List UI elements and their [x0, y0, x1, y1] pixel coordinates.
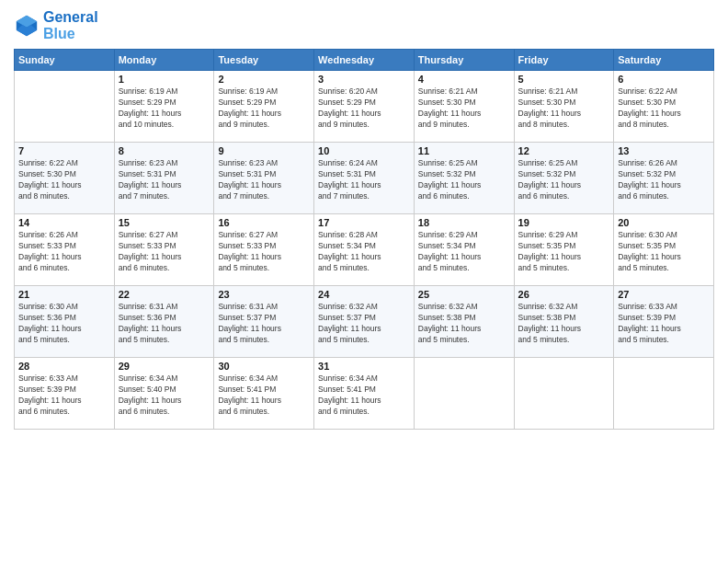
- day-info: Sunrise: 6:27 AMSunset: 5:33 PMDaylight:…: [218, 230, 310, 274]
- day-info: Sunrise: 6:27 AMSunset: 5:33 PMDaylight:…: [119, 230, 210, 274]
- day-info: Sunrise: 6:32 AMSunset: 5:37 PMDaylight:…: [318, 302, 410, 346]
- col-header-monday: Monday: [114, 50, 214, 71]
- calendar-cell: 12Sunrise: 6:25 AMSunset: 5:32 PMDayligh…: [514, 143, 614, 214]
- day-info: Sunrise: 6:22 AMSunset: 5:30 PMDaylight:…: [18, 158, 110, 202]
- day-number: 16: [218, 217, 310, 228]
- day-info: Sunrise: 6:34 AMSunset: 5:40 PMDaylight:…: [119, 373, 210, 418]
- day-number: 2: [218, 74, 310, 85]
- calendar-body: 1Sunrise: 6:19 AMSunset: 5:29 PMDaylight…: [15, 71, 714, 430]
- day-info: Sunrise: 6:23 AMSunset: 5:31 PMDaylight:…: [119, 158, 210, 202]
- logo-blue: Blue: [43, 26, 98, 42]
- week-row-4: 28Sunrise: 6:33 AMSunset: 5:39 PMDayligh…: [15, 358, 714, 430]
- day-number: 19: [518, 217, 610, 228]
- calendar-cell: 9Sunrise: 6:23 AMSunset: 5:31 PMDaylight…: [214, 143, 314, 214]
- calendar-cell: [614, 358, 714, 430]
- day-info: Sunrise: 6:30 AMSunset: 5:35 PMDaylight:…: [618, 230, 710, 274]
- day-info: Sunrise: 6:21 AMSunset: 5:30 PMDaylight:…: [418, 86, 510, 131]
- calendar-cell: 14Sunrise: 6:26 AMSunset: 5:33 PMDayligh…: [15, 214, 115, 286]
- col-header-wednesday: Wednesday: [314, 50, 415, 71]
- day-info: Sunrise: 6:33 AMSunset: 5:39 PMDaylight:…: [618, 302, 710, 346]
- day-info: Sunrise: 6:24 AMSunset: 5:31 PMDaylight:…: [318, 158, 410, 202]
- calendar-cell: 6Sunrise: 6:22 AMSunset: 5:30 PMDaylight…: [614, 71, 714, 143]
- calendar-cell: 13Sunrise: 6:26 AMSunset: 5:32 PMDayligh…: [614, 143, 714, 214]
- day-number: 29: [119, 361, 210, 372]
- header: General Blue: [14, 9, 714, 41]
- calendar-cell: 16Sunrise: 6:27 AMSunset: 5:33 PMDayligh…: [214, 214, 314, 286]
- col-header-thursday: Thursday: [414, 50, 514, 71]
- week-row-0: 1Sunrise: 6:19 AMSunset: 5:29 PMDaylight…: [15, 71, 714, 143]
- logo-general: General: [43, 9, 98, 25]
- calendar-cell: [15, 71, 115, 143]
- calendar-cell: 1Sunrise: 6:19 AMSunset: 5:29 PMDaylight…: [114, 71, 214, 143]
- calendar-cell: 31Sunrise: 6:34 AMSunset: 5:41 PMDayligh…: [314, 358, 415, 430]
- day-number: 5: [518, 74, 610, 85]
- calendar-cell: 29Sunrise: 6:34 AMSunset: 5:40 PMDayligh…: [114, 358, 214, 430]
- calendar-cell: 26Sunrise: 6:32 AMSunset: 5:38 PMDayligh…: [514, 286, 614, 358]
- day-number: 3: [318, 74, 410, 85]
- calendar-cell: 17Sunrise: 6:28 AMSunset: 5:34 PMDayligh…: [314, 214, 415, 286]
- calendar-cell: 5Sunrise: 6:21 AMSunset: 5:30 PMDaylight…: [514, 71, 614, 143]
- day-info: Sunrise: 6:32 AMSunset: 5:38 PMDaylight:…: [418, 302, 510, 346]
- logo-icon: [14, 13, 40, 39]
- calendar-cell: 24Sunrise: 6:32 AMSunset: 5:37 PMDayligh…: [314, 286, 415, 358]
- day-number: 28: [18, 361, 110, 372]
- col-header-saturday: Saturday: [614, 50, 714, 71]
- calendar-cell: 15Sunrise: 6:27 AMSunset: 5:33 PMDayligh…: [114, 214, 214, 286]
- calendar-cell: 21Sunrise: 6:30 AMSunset: 5:36 PMDayligh…: [15, 286, 115, 358]
- day-info: Sunrise: 6:21 AMSunset: 5:30 PMDaylight:…: [518, 86, 610, 131]
- day-info: Sunrise: 6:29 AMSunset: 5:35 PMDaylight:…: [518, 230, 610, 274]
- day-info: Sunrise: 6:31 AMSunset: 5:36 PMDaylight:…: [119, 302, 210, 346]
- calendar-cell: 4Sunrise: 6:21 AMSunset: 5:30 PMDaylight…: [414, 71, 514, 143]
- logo-text: General Blue: [43, 9, 98, 41]
- calendar-table: SundayMondayTuesdayWednesdayThursdayFrid…: [14, 49, 714, 430]
- header-row: SundayMondayTuesdayWednesdayThursdayFrid…: [15, 50, 714, 71]
- day-info: Sunrise: 6:34 AMSunset: 5:41 PMDaylight:…: [318, 373, 410, 418]
- calendar-cell: 19Sunrise: 6:29 AMSunset: 5:35 PMDayligh…: [514, 214, 614, 286]
- calendar-cell: 25Sunrise: 6:32 AMSunset: 5:38 PMDayligh…: [414, 286, 514, 358]
- week-row-1: 7Sunrise: 6:22 AMSunset: 5:30 PMDaylight…: [15, 143, 714, 214]
- day-info: Sunrise: 6:19 AMSunset: 5:29 PMDaylight:…: [218, 86, 310, 131]
- col-header-tuesday: Tuesday: [214, 50, 314, 71]
- day-number: 1: [119, 74, 210, 85]
- day-number: 26: [518, 289, 610, 300]
- day-info: Sunrise: 6:25 AMSunset: 5:32 PMDaylight:…: [418, 158, 510, 202]
- day-info: Sunrise: 6:22 AMSunset: 5:30 PMDaylight:…: [618, 86, 710, 131]
- day-info: Sunrise: 6:28 AMSunset: 5:34 PMDaylight:…: [318, 230, 410, 274]
- calendar-cell: 10Sunrise: 6:24 AMSunset: 5:31 PMDayligh…: [314, 143, 415, 214]
- day-number: 20: [618, 217, 710, 228]
- logo: General Blue: [14, 9, 98, 41]
- day-number: 4: [418, 74, 510, 85]
- day-number: 10: [318, 145, 410, 156]
- calendar-header: SundayMondayTuesdayWednesdayThursdayFrid…: [15, 50, 714, 71]
- calendar-cell: 2Sunrise: 6:19 AMSunset: 5:29 PMDaylight…: [214, 71, 314, 143]
- day-info: Sunrise: 6:26 AMSunset: 5:33 PMDaylight:…: [18, 230, 110, 274]
- day-info: Sunrise: 6:19 AMSunset: 5:29 PMDaylight:…: [119, 86, 210, 131]
- day-number: 14: [18, 217, 110, 228]
- day-number: 23: [218, 289, 310, 300]
- day-number: 27: [618, 289, 710, 300]
- calendar-cell: 18Sunrise: 6:29 AMSunset: 5:34 PMDayligh…: [414, 214, 514, 286]
- calendar-cell: 30Sunrise: 6:34 AMSunset: 5:41 PMDayligh…: [214, 358, 314, 430]
- day-number: 12: [518, 145, 610, 156]
- calendar-cell: [414, 358, 514, 430]
- day-info: Sunrise: 6:32 AMSunset: 5:38 PMDaylight:…: [518, 302, 610, 346]
- day-info: Sunrise: 6:31 AMSunset: 5:37 PMDaylight:…: [218, 302, 310, 346]
- calendar-cell: 11Sunrise: 6:25 AMSunset: 5:32 PMDayligh…: [414, 143, 514, 214]
- calendar-cell: 28Sunrise: 6:33 AMSunset: 5:39 PMDayligh…: [15, 358, 115, 430]
- day-number: 25: [418, 289, 510, 300]
- calendar-cell: 7Sunrise: 6:22 AMSunset: 5:30 PMDaylight…: [15, 143, 115, 214]
- day-number: 21: [18, 289, 110, 300]
- day-info: Sunrise: 6:23 AMSunset: 5:31 PMDaylight:…: [218, 158, 310, 202]
- calendar-cell: [514, 358, 614, 430]
- day-number: 22: [119, 289, 210, 300]
- page: General Blue SundayMondayTuesdayWednesda…: [0, 0, 728, 563]
- calendar-cell: 3Sunrise: 6:20 AMSunset: 5:29 PMDaylight…: [314, 71, 415, 143]
- day-number: 9: [218, 145, 310, 156]
- day-number: 7: [18, 145, 110, 156]
- calendar-cell: 23Sunrise: 6:31 AMSunset: 5:37 PMDayligh…: [214, 286, 314, 358]
- day-info: Sunrise: 6:26 AMSunset: 5:32 PMDaylight:…: [618, 158, 710, 202]
- calendar-cell: 20Sunrise: 6:30 AMSunset: 5:35 PMDayligh…: [614, 214, 714, 286]
- day-info: Sunrise: 6:25 AMSunset: 5:32 PMDaylight:…: [518, 158, 610, 202]
- day-number: 6: [618, 74, 710, 85]
- day-number: 30: [218, 361, 310, 372]
